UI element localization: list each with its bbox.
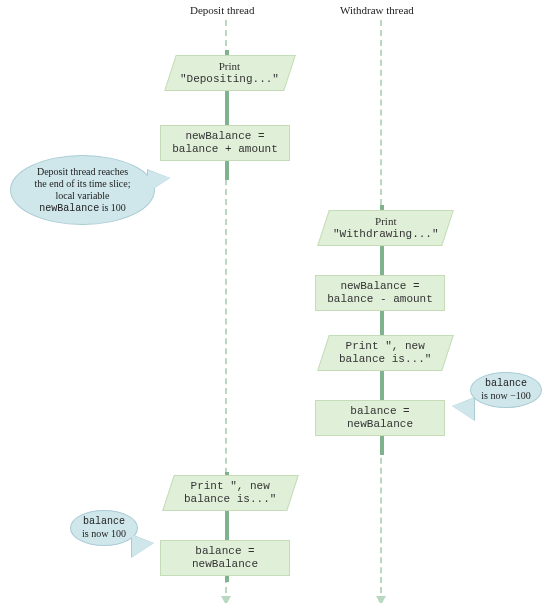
- deposit-timeline: [225, 20, 227, 603]
- withdraw-print-newbalance: Print ", new balance is...": [317, 335, 454, 371]
- text: is now 100: [82, 528, 126, 540]
- callout-tail: [452, 398, 474, 420]
- text: Deposit thread reaches: [37, 166, 128, 178]
- text: Print ", new: [339, 340, 431, 353]
- lane-label-deposit: Deposit thread: [190, 4, 254, 16]
- text: balance is...": [184, 493, 276, 506]
- withdraw-timeline: [380, 20, 382, 603]
- text: Print: [180, 60, 279, 73]
- text: balance + amount: [172, 143, 278, 156]
- deposit-print-depositing: Print "Depositing...": [164, 55, 296, 91]
- text: balance is...": [339, 353, 431, 366]
- deposit-assign-balance: balance = newBalance: [160, 540, 290, 576]
- text: balance =: [350, 405, 409, 418]
- text: Print ", new: [184, 480, 276, 493]
- text: newBalance =: [185, 130, 264, 143]
- text: balance: [83, 516, 125, 528]
- lane-label-withdraw: Withdraw thread: [340, 4, 414, 16]
- text: Print: [333, 215, 439, 228]
- withdraw-assign-balance: balance = newBalance: [315, 400, 445, 436]
- text: is now −100: [481, 390, 531, 402]
- callout-tail: [148, 170, 170, 192]
- withdraw-compute-newbalance: newBalance = balance - amount: [315, 275, 445, 311]
- text: balance - amount: [327, 293, 433, 306]
- text: is 100: [99, 202, 126, 213]
- callout-balance-100: balance is now 100: [70, 510, 138, 546]
- deposit-print-newbalance: Print ", new balance is...": [162, 475, 299, 511]
- text: local variable: [55, 190, 109, 202]
- text: "Withdrawing...": [333, 228, 439, 241]
- text: the end of its time slice;: [35, 178, 131, 190]
- callout-deposit-timeslice: Deposit thread reaches the end of its ti…: [10, 155, 155, 225]
- text: newBalance =: [340, 280, 419, 293]
- text: newBalance: [347, 418, 413, 431]
- text: balance: [485, 378, 527, 390]
- text: newBalance: [39, 203, 99, 214]
- text: "Depositing...": [180, 73, 279, 86]
- withdraw-print-withdrawing: Print "Withdrawing...": [317, 210, 454, 246]
- deposit-compute-newbalance: newBalance = balance + amount: [160, 125, 290, 161]
- text: balance =: [195, 545, 254, 558]
- callout-balance-neg100: balance is now −100: [470, 372, 542, 408]
- callout-tail: [132, 535, 154, 557]
- text: newBalance: [192, 558, 258, 571]
